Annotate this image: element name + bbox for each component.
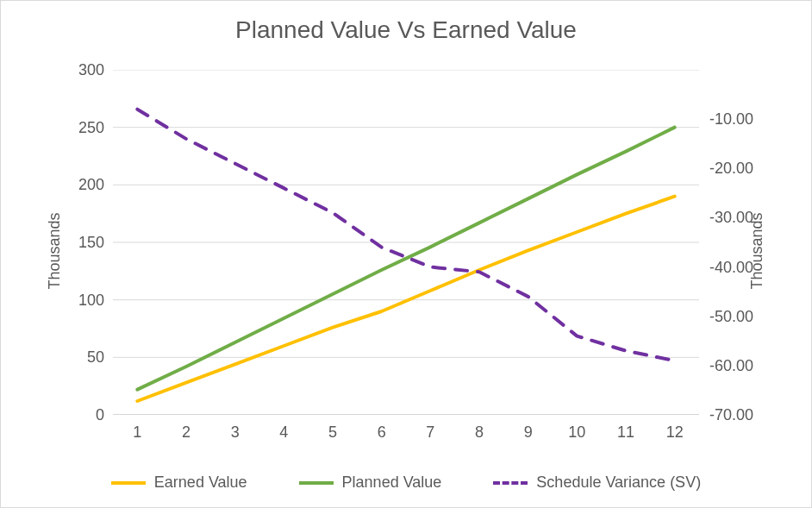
x-tick-label: 3 [222,423,248,442]
chart-container: Planned Value Vs Earned Value Thousands … [0,0,812,508]
legend: Earned Value Planned Value Schedule Vari… [1,474,811,492]
x-tick-label: 9 [515,423,541,442]
y-left-tick-label: 100 [61,291,104,309]
legend-item-schedule-variance: Schedule Variance (SV) [493,474,701,492]
plot-svg [113,70,699,415]
x-tick-label: 8 [466,423,492,442]
y-left-tick-label: 0 [61,406,104,424]
y-right-tick-label: -40.00 [709,258,770,276]
legend-item-planned-value: Planned Value [299,474,442,492]
y-right-tick-label: -70.00 [709,406,770,424]
x-tick-label: 1 [124,423,150,442]
y-left-tick-label: 250 [61,118,104,136]
chart-title: Planned Value Vs Earned Value [1,16,811,44]
y-left-tick-label: 150 [61,234,104,252]
legend-label-schedule-variance: Schedule Variance (SV) [536,474,701,492]
y-right-tick-label: -20.00 [709,160,770,178]
x-tick-label: 12 [662,423,688,442]
legend-swatch-planned-value [299,481,334,485]
legend-label-planned-value: Planned Value [342,474,442,492]
x-tick-label: 10 [564,423,590,442]
legend-label-earned-value: Earned Value [154,474,247,492]
y-right-tick-label: -10.00 [709,110,770,129]
x-tick-label: 11 [613,423,639,442]
x-tick-label: 5 [320,423,346,442]
x-tick-label: 4 [271,423,297,442]
y-right-tick-label: -30.00 [709,209,770,227]
plot-area [113,70,699,415]
x-tick-label: 6 [369,423,395,442]
y-left-tick-label: 300 [61,61,104,79]
legend-swatch-schedule-variance [493,481,528,485]
y-right-tick-label: -60.00 [709,356,770,374]
y-left-tick-label: 200 [61,176,104,194]
legend-item-earned-value: Earned Value [111,474,247,492]
x-tick-label: 2 [173,423,199,442]
y-right-tick-label: -50.00 [709,307,770,325]
legend-swatch-earned-value [111,481,146,485]
y-left-tick-label: 50 [61,348,104,367]
x-tick-label: 7 [417,423,443,442]
